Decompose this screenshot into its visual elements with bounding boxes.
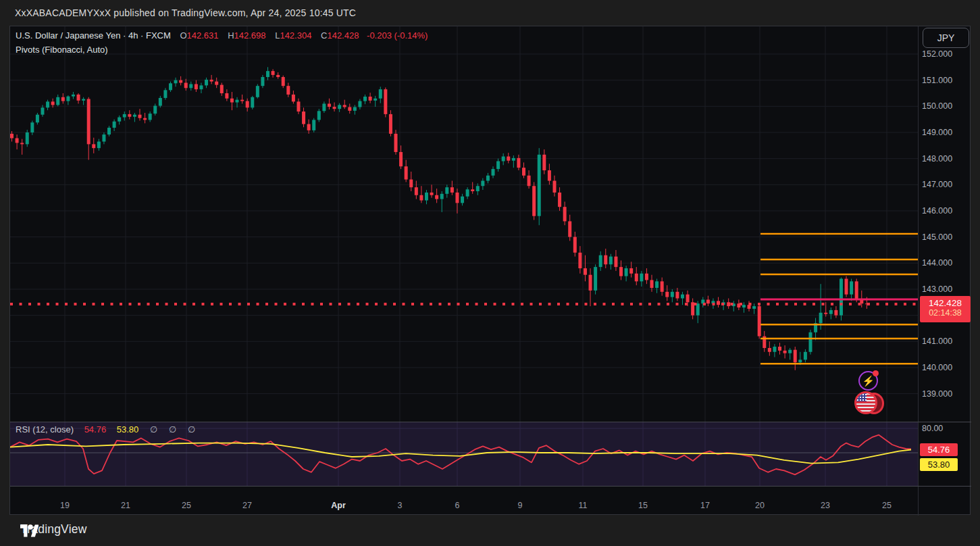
candle-body bbox=[348, 107, 351, 110]
candle-body bbox=[199, 85, 203, 89]
candle-body bbox=[538, 155, 541, 216]
candle-body bbox=[655, 281, 659, 288]
candle-body bbox=[804, 352, 807, 360]
time-axis[interactable]: 19212527Apr369111517202325 bbox=[10, 487, 918, 516]
indicator-legend-pivots[interactable]: Pivots (Fibonacci, Auto) bbox=[16, 45, 108, 55]
candle-body bbox=[230, 99, 234, 103]
candle-body bbox=[824, 313, 827, 314]
current-price-value: 142.428 bbox=[920, 296, 971, 308]
candle-body bbox=[650, 280, 654, 288]
candle-body bbox=[589, 275, 592, 291]
candle-body bbox=[333, 107, 336, 109]
candle-body bbox=[353, 107, 357, 110]
event-lightning-icon[interactable]: ⚡ bbox=[858, 371, 878, 391]
price-axis[interactable]: JPY 152.000151.000150.000149.000148.0001… bbox=[919, 26, 971, 516]
candle-body bbox=[496, 162, 500, 170]
candle-body bbox=[113, 122, 116, 128]
candle-body bbox=[752, 306, 756, 309]
candle-body bbox=[312, 120, 315, 130]
bottom-bar: TradingView bbox=[0, 515, 980, 546]
main-chart-svg bbox=[10, 26, 918, 422]
candle-body bbox=[286, 86, 290, 95]
currency-toggle-button[interactable]: JPY bbox=[923, 28, 969, 48]
candle-body bbox=[548, 170, 551, 180]
candle-body bbox=[123, 114, 126, 118]
candle-body bbox=[159, 98, 162, 106]
symbol-legend[interactable]: U.S. Dollar / Japanese Yen · 4h · FXCM O… bbox=[16, 30, 428, 41]
candle-body bbox=[343, 105, 346, 107]
publish-info-bar: XxXABACADEMYXxX published on TradingView… bbox=[0, 0, 980, 26]
candle-body bbox=[358, 101, 361, 107]
candle-body bbox=[328, 103, 331, 107]
price-axis-label: 148.000 bbox=[922, 154, 952, 164]
rsi-ma-line bbox=[10, 443, 911, 464]
candle-body bbox=[215, 82, 218, 85]
close-value: 142.428 bbox=[327, 30, 359, 41]
time-axis-label: 23 bbox=[821, 501, 830, 510]
price-axis-label: 149.000 bbox=[922, 128, 952, 137]
main-chart-pane[interactable]: U.S. Dollar / Japanese Yen · 4h · FXCM O… bbox=[10, 26, 918, 422]
chart-widget: U.S. Dollar / Japanese Yen · 4h · FXCM O… bbox=[9, 26, 971, 515]
tradingview-watermark[interactable]: TradingView bbox=[20, 522, 87, 537]
candle-body bbox=[686, 295, 690, 303]
candle-body bbox=[302, 111, 305, 124]
candle-body bbox=[798, 359, 802, 362]
candle-body bbox=[163, 90, 167, 98]
candle-body bbox=[619, 267, 623, 276]
candle-body bbox=[584, 268, 587, 275]
candle-body bbox=[184, 83, 188, 89]
rsi-value: 54.76 bbox=[84, 424, 107, 435]
rsi-legend[interactable]: RSI (12, close) 54.76 53.80 ∅ ∅ ∅ bbox=[16, 424, 195, 435]
candle-body bbox=[72, 95, 75, 97]
candle-body bbox=[373, 99, 377, 101]
candle-body bbox=[522, 168, 525, 176]
candle-body bbox=[466, 189, 469, 196]
pane-separator-top[interactable] bbox=[10, 422, 971, 422]
candle-body bbox=[153, 106, 157, 114]
candles-layer bbox=[10, 67, 869, 370]
candle-body bbox=[594, 267, 597, 291]
candle-body bbox=[46, 101, 49, 107]
candle-body bbox=[450, 187, 454, 193]
candle-body bbox=[661, 281, 664, 291]
candle-body bbox=[174, 80, 178, 84]
us-flag-icon[interactable] bbox=[854, 391, 877, 414]
rsi-title[interactable]: RSI bbox=[16, 424, 30, 435]
notification-dot bbox=[873, 370, 879, 376]
candle-body bbox=[445, 187, 448, 194]
symbol-title[interactable]: U.S. Dollar / Japanese Yen · 4h · FXCM bbox=[16, 30, 171, 41]
candle-body bbox=[41, 107, 44, 114]
candle-body bbox=[675, 292, 679, 299]
candle-body bbox=[855, 281, 858, 299]
candle-body bbox=[20, 143, 24, 144]
time-axis-label: 3 bbox=[398, 501, 403, 510]
time-axis-label: Apr bbox=[331, 501, 346, 510]
price-axis-label: 140.000 bbox=[922, 363, 952, 372]
candle-body bbox=[517, 158, 520, 168]
time-axis-label: 9 bbox=[518, 501, 523, 510]
close-label: C bbox=[321, 30, 327, 41]
price-axis-label: 152.000 bbox=[922, 49, 952, 59]
candle-body bbox=[133, 115, 136, 117]
rsi-empty-value-2: ∅ bbox=[169, 424, 176, 435]
candle-body bbox=[379, 89, 382, 99]
candle-body bbox=[845, 279, 848, 295]
candle-body bbox=[261, 77, 264, 86]
rsi-axis-label: 80.00 bbox=[922, 424, 943, 433]
candle-body bbox=[578, 253, 582, 268]
candle-body bbox=[840, 279, 843, 316]
candle-body bbox=[282, 77, 285, 86]
candle-body bbox=[471, 189, 474, 191]
rsi-params: (12, close) bbox=[32, 424, 74, 435]
candle-body bbox=[61, 97, 65, 101]
candle-body bbox=[645, 274, 648, 280]
candle-body bbox=[609, 257, 613, 265]
candle-body bbox=[629, 268, 633, 274]
time-axis-label: 17 bbox=[700, 501, 710, 510]
flag-canton bbox=[856, 393, 867, 401]
candle-body bbox=[635, 274, 638, 282]
candle-body bbox=[149, 114, 152, 120]
candle-body bbox=[195, 84, 198, 89]
candle-body bbox=[92, 144, 95, 148]
candle-body bbox=[604, 255, 607, 265]
